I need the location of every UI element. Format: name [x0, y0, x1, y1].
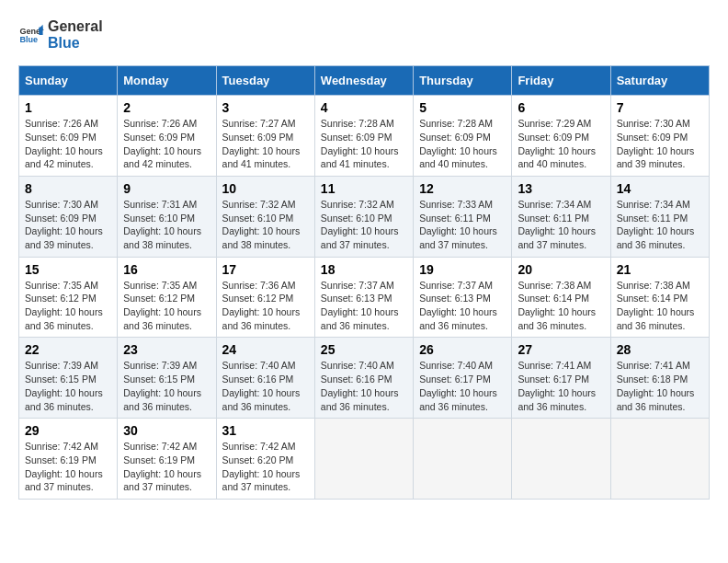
calendar-cell: 24 Sunrise: 7:40 AM Sunset: 6:16 PM Dayl…: [216, 338, 314, 419]
calendar-cell: 6 Sunrise: 7:29 AM Sunset: 6:09 PM Dayli…: [512, 96, 610, 177]
calendar-cell: 28 Sunrise: 7:41 AM Sunset: 6:18 PM Dayl…: [610, 338, 709, 419]
day-info: Sunrise: 7:35 AM Sunset: 6:12 PM Dayligh…: [25, 279, 111, 333]
day-info: Sunrise: 7:30 AM Sunset: 6:09 PM Dayligh…: [25, 198, 111, 252]
day-info: Sunrise: 7:40 AM Sunset: 6:16 PM Dayligh…: [222, 359, 309, 413]
day-number: 21: [617, 262, 703, 277]
weekday-header-tuesday: Tuesday: [216, 66, 314, 96]
day-info: Sunrise: 7:42 AM Sunset: 6:19 PM Dayligh…: [123, 440, 210, 494]
day-number: 9: [123, 181, 210, 196]
day-number: 4: [321, 100, 407, 115]
day-number: 18: [321, 262, 407, 277]
day-info: Sunrise: 7:39 AM Sunset: 6:15 PM Dayligh…: [123, 359, 210, 413]
day-number: 5: [419, 100, 506, 115]
day-info: Sunrise: 7:32 AM Sunset: 6:10 PM Dayligh…: [321, 198, 407, 252]
weekday-header-saturday: Saturday: [610, 66, 709, 96]
day-info: Sunrise: 7:31 AM Sunset: 6:10 PM Dayligh…: [123, 198, 210, 252]
calendar-cell: 5 Sunrise: 7:28 AM Sunset: 6:09 PM Dayli…: [414, 96, 512, 177]
calendar-cell: 17 Sunrise: 7:36 AM Sunset: 6:12 PM Dayl…: [216, 257, 314, 338]
logo-icon: General Blue: [18, 22, 44, 48]
page-header: General Blue General Blue: [18, 18, 710, 51]
day-number: 14: [617, 181, 703, 196]
day-number: 27: [518, 342, 604, 357]
day-number: 10: [222, 181, 309, 196]
calendar-cell: 13 Sunrise: 7:34 AM Sunset: 6:11 PM Dayl…: [512, 176, 610, 257]
day-number: 12: [419, 181, 506, 196]
weekday-header-wednesday: Wednesday: [314, 66, 413, 96]
logo: General Blue General Blue: [18, 18, 103, 51]
calendar-header-row: SundayMondayTuesdayWednesdayThursdayFrid…: [19, 66, 710, 96]
calendar-cell: [610, 419, 709, 500]
day-number: 29: [25, 423, 111, 438]
calendar-cell: 3 Sunrise: 7:27 AM Sunset: 6:09 PM Dayli…: [216, 96, 314, 177]
day-info: Sunrise: 7:30 AM Sunset: 6:09 PM Dayligh…: [617, 117, 703, 171]
day-number: 24: [222, 342, 309, 357]
day-number: 25: [321, 342, 407, 357]
calendar-cell: 8 Sunrise: 7:30 AM Sunset: 6:09 PM Dayli…: [19, 176, 118, 257]
calendar-cell: 29 Sunrise: 7:42 AM Sunset: 6:19 PM Dayl…: [19, 419, 118, 500]
day-info: Sunrise: 7:36 AM Sunset: 6:12 PM Dayligh…: [222, 279, 309, 333]
day-info: Sunrise: 7:27 AM Sunset: 6:09 PM Dayligh…: [222, 117, 309, 171]
day-info: Sunrise: 7:42 AM Sunset: 6:20 PM Dayligh…: [222, 440, 309, 494]
calendar-cell: 20 Sunrise: 7:38 AM Sunset: 6:14 PM Dayl…: [512, 257, 610, 338]
day-info: Sunrise: 7:35 AM Sunset: 6:12 PM Dayligh…: [123, 279, 210, 333]
calendar-cell: 1 Sunrise: 7:26 AM Sunset: 6:09 PM Dayli…: [19, 96, 118, 177]
day-info: Sunrise: 7:42 AM Sunset: 6:19 PM Dayligh…: [25, 440, 111, 494]
day-number: 30: [123, 423, 210, 438]
weekday-header-monday: Monday: [118, 66, 216, 96]
day-number: 23: [123, 342, 210, 357]
calendar-cell: 25 Sunrise: 7:40 AM Sunset: 6:16 PM Dayl…: [314, 338, 413, 419]
day-info: Sunrise: 7:38 AM Sunset: 6:14 PM Dayligh…: [518, 279, 604, 333]
day-number: 22: [25, 342, 111, 357]
day-info: Sunrise: 7:40 AM Sunset: 6:17 PM Dayligh…: [419, 359, 506, 413]
day-info: Sunrise: 7:34 AM Sunset: 6:11 PM Dayligh…: [617, 198, 703, 252]
day-info: Sunrise: 7:28 AM Sunset: 6:09 PM Dayligh…: [321, 117, 407, 171]
calendar-cell: 7 Sunrise: 7:30 AM Sunset: 6:09 PM Dayli…: [610, 96, 709, 177]
calendar-cell: 26 Sunrise: 7:40 AM Sunset: 6:17 PM Dayl…: [414, 338, 512, 419]
day-number: 3: [222, 100, 309, 115]
calendar-cell: 19 Sunrise: 7:37 AM Sunset: 6:13 PM Dayl…: [414, 257, 512, 338]
calendar-cell: 31 Sunrise: 7:42 AM Sunset: 6:20 PM Dayl…: [216, 419, 314, 500]
day-info: Sunrise: 7:38 AM Sunset: 6:14 PM Dayligh…: [617, 279, 703, 333]
day-number: 16: [123, 262, 210, 277]
calendar-cell: [314, 419, 413, 500]
calendar-cell: 23 Sunrise: 7:39 AM Sunset: 6:15 PM Dayl…: [118, 338, 216, 419]
day-number: 28: [617, 342, 703, 357]
calendar-cell: 2 Sunrise: 7:26 AM Sunset: 6:09 PM Dayli…: [118, 96, 216, 177]
calendar-cell: 21 Sunrise: 7:38 AM Sunset: 6:14 PM Dayl…: [610, 257, 709, 338]
weekday-header-friday: Friday: [512, 66, 610, 96]
calendar-cell: 22 Sunrise: 7:39 AM Sunset: 6:15 PM Dayl…: [19, 338, 118, 419]
calendar-cell: 30 Sunrise: 7:42 AM Sunset: 6:19 PM Dayl…: [118, 419, 216, 500]
logo-text-general: General: [48, 18, 103, 35]
logo-text-blue: Blue: [48, 35, 103, 52]
weekday-header-sunday: Sunday: [19, 66, 118, 96]
calendar-week-row: 29 Sunrise: 7:42 AM Sunset: 6:19 PM Dayl…: [19, 419, 710, 500]
day-info: Sunrise: 7:41 AM Sunset: 6:17 PM Dayligh…: [518, 359, 604, 413]
calendar-cell: 11 Sunrise: 7:32 AM Sunset: 6:10 PM Dayl…: [314, 176, 413, 257]
day-info: Sunrise: 7:29 AM Sunset: 6:09 PM Dayligh…: [518, 117, 604, 171]
day-number: 19: [419, 262, 506, 277]
day-info: Sunrise: 7:40 AM Sunset: 6:16 PM Dayligh…: [321, 359, 407, 413]
day-number: 11: [321, 181, 407, 196]
calendar-cell: 18 Sunrise: 7:37 AM Sunset: 6:13 PM Dayl…: [314, 257, 413, 338]
day-info: Sunrise: 7:37 AM Sunset: 6:13 PM Dayligh…: [419, 279, 506, 333]
calendar-cell: 9 Sunrise: 7:31 AM Sunset: 6:10 PM Dayli…: [118, 176, 216, 257]
day-number: 31: [222, 423, 309, 438]
calendar-cell: 12 Sunrise: 7:33 AM Sunset: 6:11 PM Dayl…: [414, 176, 512, 257]
calendar-week-row: 1 Sunrise: 7:26 AM Sunset: 6:09 PM Dayli…: [19, 96, 710, 177]
day-number: 13: [518, 181, 604, 196]
day-number: 2: [123, 100, 210, 115]
day-number: 8: [25, 181, 111, 196]
calendar-cell: 16 Sunrise: 7:35 AM Sunset: 6:12 PM Dayl…: [118, 257, 216, 338]
calendar-week-row: 8 Sunrise: 7:30 AM Sunset: 6:09 PM Dayli…: [19, 176, 710, 257]
calendar-week-row: 22 Sunrise: 7:39 AM Sunset: 6:15 PM Dayl…: [19, 338, 710, 419]
weekday-header-thursday: Thursday: [414, 66, 512, 96]
day-info: Sunrise: 7:26 AM Sunset: 6:09 PM Dayligh…: [25, 117, 111, 171]
calendar-cell: 27 Sunrise: 7:41 AM Sunset: 6:17 PM Dayl…: [512, 338, 610, 419]
calendar-cell: 15 Sunrise: 7:35 AM Sunset: 6:12 PM Dayl…: [19, 257, 118, 338]
day-number: 1: [25, 100, 111, 115]
day-info: Sunrise: 7:39 AM Sunset: 6:15 PM Dayligh…: [25, 359, 111, 413]
day-number: 6: [518, 100, 604, 115]
calendar-cell: 14 Sunrise: 7:34 AM Sunset: 6:11 PM Dayl…: [610, 176, 709, 257]
day-info: Sunrise: 7:41 AM Sunset: 6:18 PM Dayligh…: [617, 359, 703, 413]
day-number: 20: [518, 262, 604, 277]
